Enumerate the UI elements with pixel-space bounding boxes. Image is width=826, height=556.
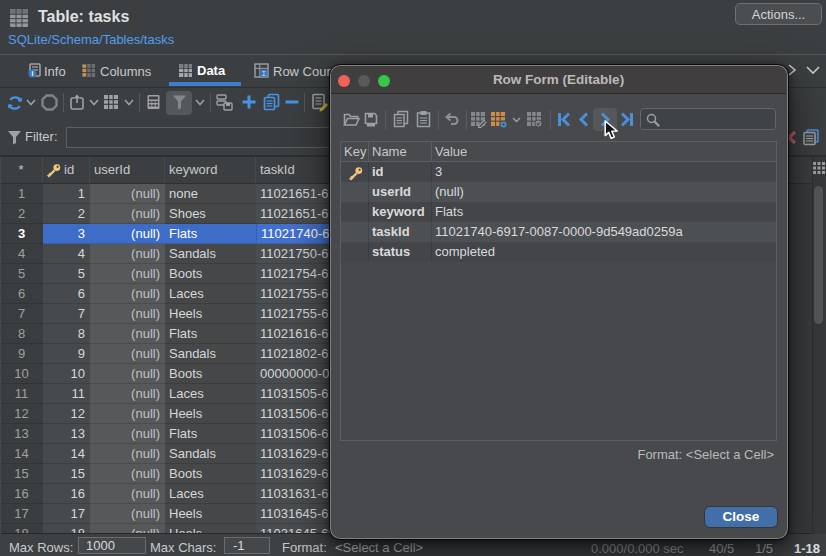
svg-text:Σ: Σ: [262, 70, 266, 77]
svg-text:i: i: [32, 70, 34, 77]
